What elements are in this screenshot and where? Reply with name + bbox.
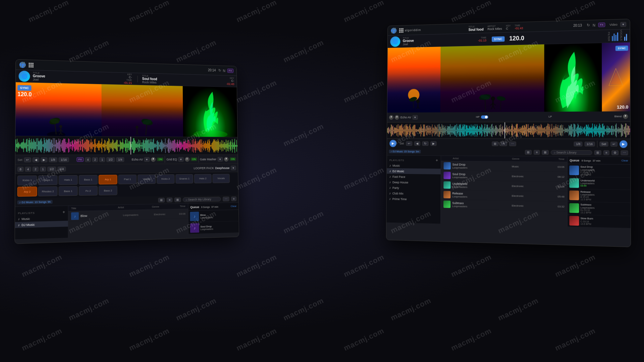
echo-down[interactable]: ▾: [144, 157, 150, 162]
queue-item-2[interactable]: ♪ Soul Drop Loopmasters: [189, 221, 239, 234]
ctrl-1-4[interactable]: 1/4: [116, 157, 124, 162]
vocals2-pad[interactable]: Bass 1: [59, 186, 78, 196]
add-playlist-btn[interactable]: +: [63, 210, 65, 215]
echo-on[interactable]: ON: [157, 158, 163, 161]
echo-knob[interactable]: [151, 157, 156, 162]
transport-repeat[interactable]: ↻: [422, 141, 428, 146]
right-track-5[interactable]: Subtraxx Loopmasters Electronic 03:32: [441, 199, 567, 212]
right-sync-button[interactable]: SYNC: [492, 36, 505, 42]
right-play-btn[interactable]: ▶: [620, 140, 627, 148]
ctrl-2b[interactable]: 2: [33, 167, 39, 172]
ctrl-1-2[interactable]: 1/2: [106, 157, 115, 162]
right-queue-3[interactable]: Release Loopmasters B 05:45 12.5 BPM: [568, 189, 630, 203]
fx2-pad[interactable]: Fx 2: [79, 186, 98, 196]
track-row-1[interactable]: ♪ Blow Loopmasters Electronic 03:06: [68, 209, 188, 221]
kicks2-pad[interactable]: Kicks 2: [157, 174, 174, 184]
bass-pad[interactable]: Bass 1: [79, 175, 98, 185]
right-sidebar-dj-music[interactable]: ♪ DJ Music: [387, 168, 441, 174]
right-nav-btn[interactable]: N: [593, 23, 595, 27]
right-queue-clear[interactable]: Clear: [622, 159, 628, 162]
transport-fwd[interactable]: ▶: [430, 141, 436, 146]
snares-pad[interactable]: Snares 1: [175, 174, 193, 183]
grid-knob[interactable]: [185, 157, 189, 162]
ctrl-1-2b[interactable]: 1/2: [47, 167, 56, 172]
right-lib-filter[interactable]: ⊞: [525, 150, 532, 155]
right-echo-down[interactable]: ▾: [412, 115, 418, 120]
ctrl-4[interactable]: 4: [85, 157, 91, 162]
lib-extra[interactable]: ⋯: [223, 196, 229, 201]
gate-knob[interactable]: [224, 157, 228, 162]
bass2-pad[interactable]: Bass 2: [99, 186, 117, 195]
search-library-input[interactable]: [183, 197, 221, 202]
right-sidebar-prime-time[interactable]: ♪ Prime Time: [387, 196, 441, 202]
queue-clear-btn[interactable]: Clear: [230, 205, 236, 208]
right-sidebar-fast-pace[interactable]: ♪ Fast Pace: [387, 174, 441, 180]
hats1-pad[interactable]: Hats 1: [59, 175, 78, 185]
ctrl-1-8[interactable]: 1/8: [49, 157, 57, 162]
fx-badge-2[interactable]: FX: [76, 157, 84, 162]
right-deck-sync[interactable]: SYNC: [615, 46, 628, 51]
right-search-input[interactable]: [551, 150, 592, 155]
transport-back[interactable]: ◀: [414, 141, 420, 146]
fx-badge[interactable]: FX: [227, 69, 233, 73]
ctrl-4b[interactable]: 4: [25, 167, 31, 172]
right-track-1[interactable]: Soul Drop Loopmasters Music 03:06: [441, 161, 567, 172]
right-ctrl-undo[interactable]: ↩: [610, 141, 618, 146]
ctrl-2[interactable]: 2: [92, 157, 98, 162]
right-lib-view[interactable]: ≡: [534, 150, 540, 155]
gate-down[interactable]: ▾: [218, 157, 223, 162]
right-sidebar-music[interactable]: ♪ Music: [387, 163, 441, 169]
right-queue-4[interactable]: Subtraxx Loopmasters Ex 03:32 13.2 BPM: [568, 202, 631, 216]
hp-toggle[interactable]: [481, 115, 488, 119]
ctrl-back[interactable]: ◀: [32, 157, 39, 162]
right-lib-settings[interactable]: ⚙: [611, 150, 619, 155]
ctrl-fwd[interactable]: ▶: [41, 157, 47, 162]
right-lib-extra[interactable]: ≡: [603, 150, 609, 155]
sidebar-dj-music[interactable]: ♪ DJ Music: [15, 221, 68, 228]
pad1-pad[interactable]: Pad 1: [118, 175, 137, 184]
ctrl-1b[interactable]: 1: [40, 167, 46, 172]
right-lib-view2[interactable]: ⊠: [542, 150, 548, 155]
claps-pad[interactable]: Claps 1: [38, 175, 58, 185]
lib-view-btn2[interactable]: ⊠: [174, 197, 181, 202]
fx1-pad[interactable]: Vocals: [212, 174, 230, 183]
lib-extra2[interactable]: ≡: [231, 196, 236, 201]
lib-filter-btn[interactable]: ⊞: [158, 197, 165, 202]
ctrl-8[interactable]: 8: [17, 167, 23, 172]
arp2-pad[interactable]: Arp 2: [17, 187, 37, 197]
right-fx-badge[interactable]: FX: [598, 22, 605, 27]
queue-item-1[interactable]: ♪ Blow Loopmasters: [189, 210, 239, 223]
right-fx-knob1[interactable]: [389, 115, 393, 120]
ctrl-1-16[interactable]: 1/16: [59, 157, 69, 162]
topbar-sync-btn[interactable]: ↻: [218, 68, 221, 73]
looper-pack-down[interactable]: ▾: [231, 166, 236, 170]
right-toolbar-2[interactable]: ✎: [500, 141, 507, 146]
right-fx-knob2[interactable]: [395, 115, 399, 120]
ctrl-1[interactable]: 1: [99, 157, 105, 162]
right-sync-btn[interactable]: ↻: [587, 23, 590, 27]
kicks-pad[interactable]: Kicks 1: [17, 175, 37, 185]
vocals-pad[interactable]: Vocals: [138, 174, 156, 184]
right-ctrl-1-8[interactable]: 1/8: [574, 141, 582, 146]
gate-on[interactable]: ON: [230, 157, 236, 161]
right-queue-1[interactable]: Soul Drop Loopmasters F 05:12 12.6 BPM: [568, 164, 630, 178]
right-add-playlist[interactable]: +: [436, 159, 438, 163]
rhodes-pad[interactable]: Rhodes 2: [38, 186, 58, 196]
right-queue-2[interactable]: Underworld Loopmasters 03:44: [568, 177, 630, 190]
right-lib-sort[interactable]: ⊞: [594, 150, 601, 155]
sync-button[interactable]: SYNC: [17, 85, 31, 91]
right-ctrl-set[interactable]: Set: [599, 141, 608, 146]
right-toolbar-1[interactable]: ⊞: [492, 141, 498, 146]
right-toolbar-3[interactable]: ⋯: [509, 141, 516, 146]
grid-down[interactable]: ▾: [178, 157, 183, 162]
blend-knob[interactable]: [623, 114, 628, 119]
right-video-down[interactable]: ▾: [620, 22, 626, 27]
ctrl-loop[interactable]: ↩: [24, 157, 31, 162]
right-queue-5[interactable]: Slow Burn C 03:16 13.6 BPM: [568, 215, 631, 228]
play-button[interactable]: ▶: [389, 140, 396, 147]
hats2-pad[interactable]: Hats 2: [194, 174, 212, 183]
grid-on[interactable]: ON: [191, 158, 197, 161]
ctrl-1-4b[interactable]: 1/4: [57, 167, 66, 172]
right-ctrl-1-16[interactable]: 1/16: [585, 141, 595, 146]
topbar-nav-btn[interactable]: N: [223, 69, 225, 73]
